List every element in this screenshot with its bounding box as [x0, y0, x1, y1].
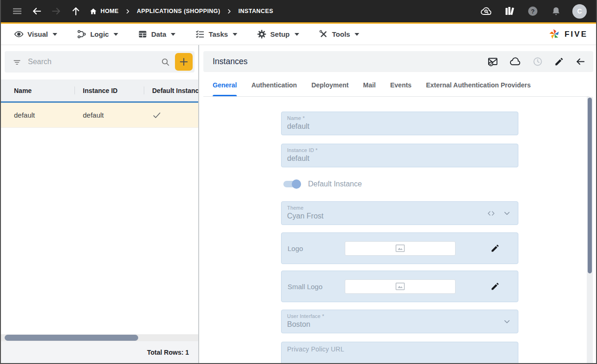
checklist-icon: [195, 29, 205, 39]
column-header-name[interactable]: Name: [1, 79, 74, 101]
cloud-search-icon[interactable]: [479, 4, 493, 18]
code-icon[interactable]: [487, 209, 496, 218]
tab-events[interactable]: Events: [390, 74, 412, 96]
theme-field[interactable]: Theme Cyan Frost: [281, 201, 518, 225]
list-footer: Total Rows: 1: [1, 341, 198, 363]
gear-icon: [257, 29, 267, 39]
name-field[interactable]: Name * default: [281, 112, 518, 135]
plus-icon: [179, 57, 189, 67]
arrow-left-icon[interactable]: [575, 56, 586, 67]
menu-data[interactable]: Data: [138, 29, 176, 39]
home-icon: [89, 7, 97, 15]
hamburger-icon[interactable]: [10, 4, 24, 18]
name-field-label: Name *: [287, 115, 512, 121]
detail-panel: Instances: [199, 45, 596, 363]
small-logo-field: Small Logo: [281, 271, 518, 302]
svg-text:?: ?: [531, 8, 535, 15]
caret-down-icon: [233, 33, 237, 36]
small-logo-edit-icon[interactable]: [490, 282, 500, 291]
vertical-scrollbar[interactable]: [587, 97, 593, 363]
forward-icon[interactable]: [49, 4, 63, 18]
caret-down-icon: [53, 33, 57, 36]
add-record-button[interactable]: [175, 53, 193, 71]
help-icon[interactable]: ?: [526, 4, 540, 18]
avatar[interactable]: C: [572, 4, 587, 19]
menu-tools-label: Tools: [332, 30, 350, 38]
checkmark-icon: [144, 111, 198, 120]
library-icon[interactable]: [503, 4, 517, 18]
user-interface-field-value: Boston: [287, 320, 512, 329]
back-icon[interactable]: [30, 4, 44, 18]
eye-icon: [14, 29, 24, 39]
workflow-icon: [77, 29, 87, 39]
cell-instance-id: default: [74, 111, 144, 119]
menu-logic[interactable]: Logic: [77, 29, 118, 39]
breadcrumb-instances[interactable]: INSTANCES: [238, 8, 273, 14]
breadcrumb-home[interactable]: HOME: [89, 7, 119, 15]
content-area: Name Instance ID Default Instance defaul…: [1, 45, 596, 363]
tab-general[interactable]: General: [213, 74, 237, 96]
name-field-value: default: [287, 122, 512, 131]
form-area: Name * default Instance ID * default Def…: [203, 97, 596, 363]
table-row[interactable]: default default: [1, 103, 198, 128]
history-icon: [532, 56, 543, 67]
instance-id-field-value: default: [287, 154, 512, 163]
tab-external-auth-providers[interactable]: External Authentication Providers: [426, 74, 530, 96]
horizontal-scrollbar[interactable]: [1, 334, 198, 341]
privacy-policy-url-field[interactable]: Privacy Policy URL: [281, 342, 518, 363]
tab-mail[interactable]: Mail: [363, 74, 376, 96]
default-instance-toggle[interactable]: [283, 181, 300, 187]
vertical-scrollbar-thumb[interactable]: [588, 98, 592, 273]
column-header-instance-id[interactable]: Instance ID: [74, 79, 144, 101]
logo-edit-icon[interactable]: [490, 244, 500, 253]
table-icon: [138, 29, 148, 39]
brand-logo: FIVE: [548, 28, 588, 40]
user-interface-field[interactable]: User Interface * Boston: [281, 310, 518, 333]
search-input[interactable]: [28, 58, 161, 66]
menu-setup[interactable]: Setup: [257, 29, 299, 39]
total-rows-label: Total Rows: 1: [147, 349, 189, 356]
horizontal-scrollbar-thumb[interactable]: [5, 335, 138, 341]
search-icon[interactable]: [161, 57, 170, 67]
list-panel: Name Instance ID Default Instance defaul…: [1, 45, 199, 363]
page-title: Instances: [213, 57, 248, 66]
menu-tasks[interactable]: Tasks: [195, 29, 237, 39]
cloud-icon[interactable]: [510, 56, 521, 67]
logo-upload-box[interactable]: [345, 241, 456, 256]
menu-data-label: Data: [151, 30, 167, 38]
mail-check-icon[interactable]: [487, 56, 498, 67]
logo-field-label: Logo: [288, 245, 345, 252]
table-header: Name Instance ID Default Instance: [1, 79, 198, 103]
logo-field: Logo: [281, 232, 518, 264]
menu-tools[interactable]: Tools: [319, 29, 360, 39]
tab-deployment[interactable]: Deployment: [311, 74, 349, 96]
small-logo-upload-box[interactable]: [345, 279, 456, 294]
column-header-default-instance[interactable]: Default Instance: [144, 79, 198, 101]
instance-id-field[interactable]: Instance ID * default: [281, 144, 518, 167]
image-placeholder-icon: [395, 244, 405, 252]
theme-field-label: Theme: [287, 205, 512, 211]
cell-name: default: [1, 111, 74, 119]
edit-icon[interactable]: [554, 57, 564, 66]
caret-down-icon: [355, 33, 359, 36]
chevron-down-icon[interactable]: [503, 317, 511, 326]
filter-icon[interactable]: [13, 58, 21, 66]
breadcrumb: HOME APPLICATIONS (SHOPPING) INSTANCES: [89, 7, 273, 15]
privacy-policy-url-label: Privacy Policy URL: [287, 345, 512, 353]
detail-header: Instances: [203, 51, 593, 72]
up-icon[interactable]: [69, 4, 83, 18]
chevron-right-icon: [125, 8, 131, 14]
default-instance-toggle-row: Default Instance: [281, 178, 518, 190]
tab-authentication[interactable]: Authentication: [251, 74, 297, 96]
toggle-knob: [292, 179, 301, 189]
menu-visual[interactable]: Visual: [14, 29, 57, 39]
breadcrumb-applications[interactable]: APPLICATIONS (SHOPPING): [137, 8, 220, 14]
menu-setup-label: Setup: [270, 30, 290, 38]
chevron-down-icon[interactable]: [503, 209, 511, 218]
bell-icon[interactable]: [549, 4, 563, 18]
topbar: HOME APPLICATIONS (SHOPPING) INSTANCES ?…: [1, 0, 596, 24]
breadcrumb-home-label: HOME: [101, 8, 119, 14]
menu-logic-label: Logic: [90, 30, 109, 38]
brand-wordmark: FIVE: [564, 30, 588, 39]
privacy-policy-url-value: [287, 354, 512, 363]
